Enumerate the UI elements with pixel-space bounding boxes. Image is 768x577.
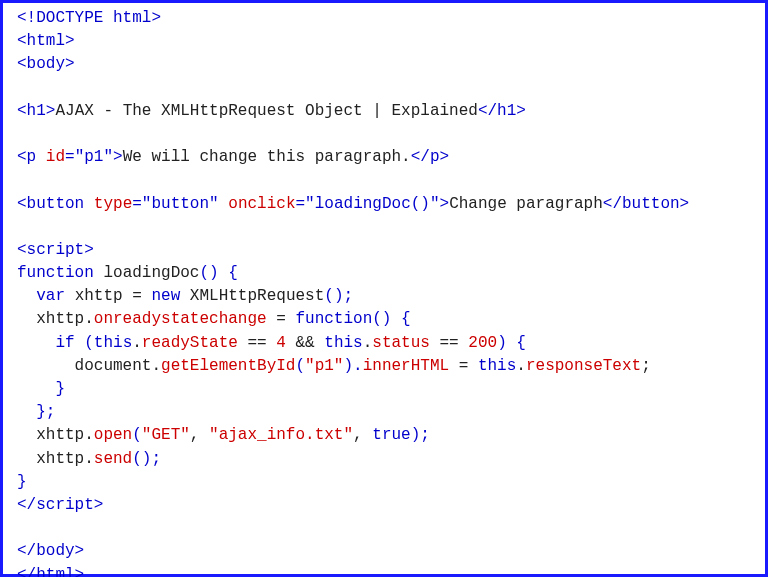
body-close: </body> (17, 542, 84, 560)
js-line-if: if (this.readyState == 4 && this.status … (17, 334, 526, 352)
p-element: <p id="p1">We will change this paragraph… (17, 148, 449, 166)
h1-element: <h1>AJAX - The XMLHttpRequest Object | E… (17, 102, 526, 120)
html-close: </html> (17, 566, 84, 578)
script-close: </script> (17, 496, 103, 514)
body-open: <body> (17, 55, 75, 73)
js-line-var: var xhttp = new XMLHttpRequest(); (17, 287, 353, 305)
code-block: <!DOCTYPE html> <html> <body> <h1>AJAX -… (17, 7, 759, 577)
js-line-close-cb: }; (17, 403, 55, 421)
js-line-open: xhttp.open("GET", "ajax_info.txt", true)… (17, 426, 430, 444)
js-line-send: xhttp.send(); (17, 450, 161, 468)
js-line-func-decl: function loadingDoc() { (17, 264, 238, 282)
js-line-close-if: } (17, 380, 65, 398)
js-line-getelem: document.getElementById("p1").innerHTML … (17, 357, 651, 375)
html-open: <html> (17, 32, 75, 50)
code-viewer-frame: <!DOCTYPE html> <html> <body> <h1>AJAX -… (0, 0, 768, 577)
js-line-close-fn: } (17, 473, 27, 491)
doctype: <!DOCTYPE html> (17, 9, 161, 27)
button-element: <button type="button" onclick="loadingDo… (17, 195, 689, 213)
script-open: <script> (17, 241, 94, 259)
js-line-onready: xhttp.onreadystatechange = function() { (17, 310, 411, 328)
